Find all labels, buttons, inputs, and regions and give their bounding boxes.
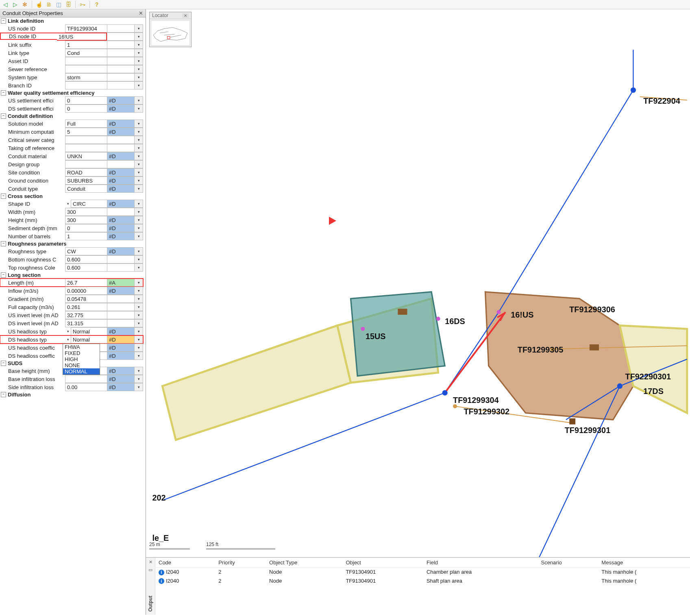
flag-cell[interactable]: #D	[107, 375, 134, 383]
dropdown-icon[interactable]: ▾	[134, 49, 143, 57]
doc-icon[interactable]: 🗎	[45, 1, 52, 8]
property-value[interactable]: 32.775	[65, 311, 107, 319]
dropdown-icon[interactable]: ▾	[134, 335, 143, 344]
section-header[interactable]: −Diffusion	[0, 391, 143, 398]
flag-cell[interactable]	[107, 57, 134, 65]
locator-window[interactable]: Locator ✕	[149, 12, 192, 47]
nav-fwd-icon[interactable]: ▷	[11, 1, 19, 8]
property-value[interactable]: Conduit	[65, 185, 107, 193]
output-tab[interactable]: Output	[148, 596, 153, 612]
dropdown-icon[interactable]: ▾	[134, 144, 143, 152]
property-value[interactable]: 0.00000	[65, 287, 107, 295]
collapse-icon[interactable]: −	[1, 194, 6, 199]
flag-cell[interactable]: #D	[107, 367, 134, 375]
dropdown-icon[interactable]: ▾	[134, 247, 143, 255]
property-value[interactable]: 5	[65, 128, 107, 136]
column-header[interactable]: Code	[155, 558, 215, 568]
help-icon[interactable]: ?	[93, 1, 100, 8]
pin-icon[interactable]: ▭	[148, 567, 152, 572]
pointer-icon[interactable]: ☝	[35, 1, 43, 8]
flag-cell[interactable]	[107, 144, 134, 152]
property-value[interactable]: 1	[65, 232, 107, 240]
flag-cell[interactable]	[107, 73, 134, 81]
dropdown-icon[interactable]: ▾	[134, 263, 143, 272]
flag-cell[interactable]	[107, 49, 134, 57]
flag-cell[interactable]: #D	[107, 327, 134, 335]
dropdown-icon[interactable]: ▾	[134, 104, 143, 113]
property-value[interactable]: 0.600	[65, 263, 107, 272]
flag-cell[interactable]: #D	[107, 96, 134, 104]
flag-cell[interactable]: #D	[107, 128, 134, 136]
dropdown-icon[interactable]: ▾	[134, 367, 143, 375]
dropdown-icon[interactable]: ▾	[134, 136, 143, 144]
flag-cell[interactable]: #D	[107, 200, 134, 208]
collapse-icon[interactable]: −	[1, 90, 6, 96]
property-value[interactable]: Cond	[65, 49, 107, 57]
property-value[interactable]: CW	[65, 247, 107, 255]
property-value[interactable]	[65, 136, 107, 144]
flag-cell[interactable]	[107, 303, 134, 311]
property-value[interactable]: storm	[65, 73, 107, 81]
flag-cell[interactable]: #D	[107, 168, 134, 176]
flag-cell[interactable]: #D	[107, 216, 134, 224]
collapse-icon[interactable]: −	[1, 113, 6, 119]
collapse-icon[interactable]: −	[1, 361, 6, 366]
sheet-icon[interactable]: ◫	[55, 1, 62, 8]
collapse-icon[interactable]: −	[1, 18, 6, 24]
property-value[interactable]	[65, 81, 107, 89]
column-header[interactable]: Scenario	[538, 558, 598, 568]
property-value[interactable]: 0	[65, 96, 107, 104]
property-value[interactable]: 0	[65, 104, 107, 113]
dropdown-icon[interactable]: ▾	[134, 24, 143, 33]
dropdown-icon[interactable]: ▾	[134, 208, 143, 216]
property-value[interactable]: 0.600	[65, 255, 107, 263]
property-value[interactable]: SUBURBS	[65, 176, 107, 185]
section-header[interactable]: −Link definition	[0, 17, 143, 24]
flag-cell[interactable]	[107, 319, 134, 327]
dropdown-option[interactable]: NONE	[63, 362, 100, 368]
flag-cell[interactable]: #A	[107, 279, 134, 287]
chevron-down-icon[interactable]: ▾	[65, 200, 71, 208]
column-header[interactable]: Field	[423, 558, 538, 568]
flag-cell[interactable]: #D	[107, 224, 134, 232]
property-value[interactable]	[65, 375, 107, 383]
property-value[interactable]	[65, 65, 107, 73]
property-value[interactable]	[65, 57, 107, 65]
headloss-dropdown[interactable]: FHWAFIXEDHIGHNONENORMAL	[63, 344, 100, 375]
flag-cell[interactable]: #D	[107, 176, 134, 185]
collapse-icon[interactable]: −	[1, 241, 6, 246]
flag-cell[interactable]: #D	[107, 247, 134, 255]
message-row[interactable]: iI20402NodeTF91304901Shaft plan areaThis…	[155, 577, 690, 586]
flag-cell[interactable]	[107, 295, 134, 303]
dropdown-icon[interactable]: ▾	[134, 303, 143, 311]
property-value[interactable]: Normal	[71, 335, 107, 344]
flag-cell[interactable]: #D	[107, 287, 134, 295]
dropdown-icon[interactable]: ▾	[134, 232, 143, 240]
dropdown-icon[interactable]: ▾	[134, 319, 143, 327]
property-value[interactable]: 0	[65, 224, 107, 232]
dropdown-icon[interactable]: ▾	[134, 128, 143, 136]
flag-cell[interactable]: #D	[107, 232, 134, 240]
flag-cell[interactable]	[107, 263, 134, 272]
message-row[interactable]: iI20402NodeTF91304901Chamber plan areaTh…	[155, 568, 690, 577]
section-header[interactable]: −Long section	[0, 272, 143, 279]
chevron-down-icon[interactable]: ▾	[65, 335, 71, 344]
property-value[interactable]: 31.315	[65, 319, 107, 327]
column-header[interactable]: Priority	[215, 558, 266, 568]
dropdown-icon[interactable]: ▾	[134, 311, 143, 319]
flag-cell[interactable]	[107, 255, 134, 263]
dropdown-icon[interactable]: ▾	[134, 185, 143, 193]
nav-back-icon[interactable]: ◁	[2, 1, 9, 8]
dropdown-icon[interactable]: ▾	[134, 295, 143, 303]
dropdown-icon[interactable]: ▾	[134, 73, 143, 81]
chevron-down-icon[interactable]: ▾	[65, 327, 71, 335]
flag-cell[interactable]	[107, 160, 134, 168]
dropdown-icon[interactable]: ▾	[134, 352, 143, 360]
property-value[interactable]: 16!US	[57, 33, 107, 41]
flag-cell[interactable]: #D	[107, 152, 134, 160]
property-value[interactable]	[65, 144, 107, 152]
property-value[interactable]: 26.7	[65, 279, 107, 287]
flag-cell[interactable]: #D	[107, 344, 134, 352]
property-value[interactable]: 1	[65, 41, 107, 49]
flag-cell[interactable]: #D	[107, 120, 134, 128]
